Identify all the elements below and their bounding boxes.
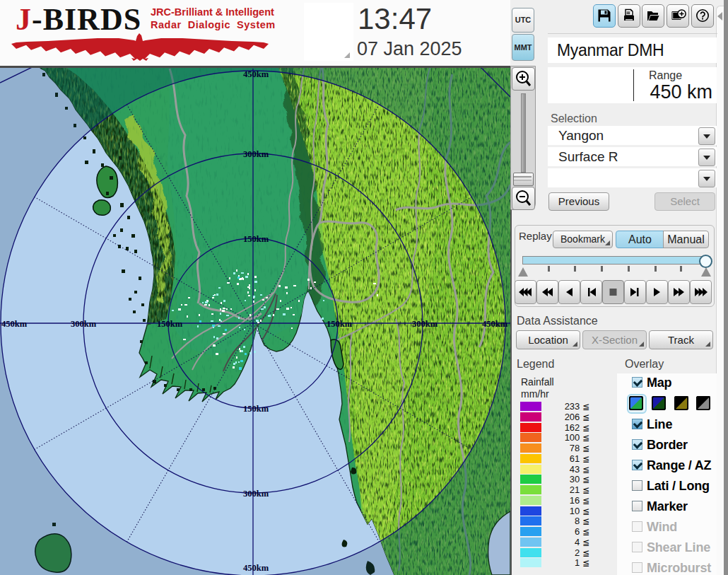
svg-text:150km: 150km xyxy=(243,404,269,414)
svg-text:300km: 300km xyxy=(243,489,269,499)
svg-text:300km: 300km xyxy=(243,149,269,159)
svg-text:150km: 150km xyxy=(157,319,183,329)
svg-text:450km: 450km xyxy=(482,319,508,329)
svg-text:300km: 300km xyxy=(412,319,438,329)
svg-text:450km: 450km xyxy=(243,563,269,573)
svg-text:150km: 150km xyxy=(243,234,269,244)
svg-text:450km: 450km xyxy=(1,319,28,329)
svg-text:450km: 450km xyxy=(243,69,269,79)
svg-text:300km: 300km xyxy=(71,319,97,329)
svg-text:150km: 150km xyxy=(327,319,353,329)
